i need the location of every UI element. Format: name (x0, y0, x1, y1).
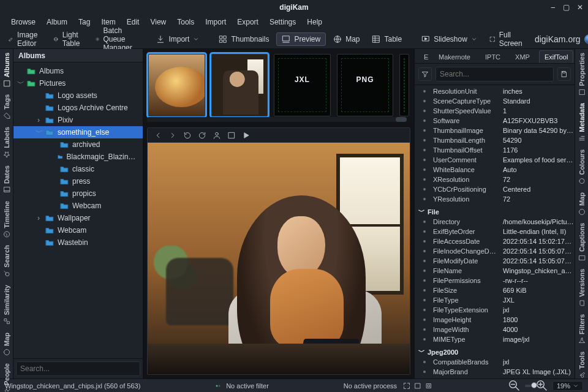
menu-import[interactable]: Import (200, 17, 231, 28)
menu-browse[interactable]: Browse (6, 17, 40, 28)
rail-metadata[interactable]: Metadata (578, 103, 586, 142)
rail-similarity[interactable]: Similarity (3, 285, 10, 325)
meta-row: FileInodeChangeDate2022:05:14 15:05:07+0… (415, 246, 575, 256)
save-metadata-icon[interactable] (557, 67, 571, 81)
rail-tools[interactable]: Tools (578, 352, 586, 379)
svg-rect-20 (579, 89, 584, 94)
filter-icon[interactable] (418, 67, 432, 81)
svg-point-25 (219, 385, 221, 386)
thumbnails-view-button[interactable]: Thumbnails (214, 33, 274, 45)
menu-view[interactable]: View (145, 17, 171, 28)
rail-colours[interactable]: Colours (578, 149, 586, 185)
play-icon[interactable] (242, 131, 251, 140)
rail-dates[interactable]: Dates (3, 165, 10, 194)
zoom-out-icon[interactable] (507, 379, 521, 392)
albums-header: Albums (13, 49, 143, 62)
meta-row: ImageHeight1800 (415, 315, 575, 325)
thumbnail-strip[interactable]: JXL PNG (143, 49, 414, 124)
menu-help[interactable]: Help (302, 17, 327, 28)
tab-exiftool[interactable]: ExifTool (539, 50, 574, 63)
tree-item[interactable]: press (13, 175, 143, 187)
tree-item[interactable]: Wastebin (13, 236, 143, 249)
next-icon[interactable] (168, 131, 177, 140)
tab-makernote[interactable]: Makernote (433, 50, 476, 63)
menu-settings[interactable]: Settings (265, 17, 301, 28)
zoom-value[interactable]: 19% (552, 381, 583, 391)
light-table-button[interactable]: Light Table (48, 29, 88, 50)
tab-iptc[interactable]: IPTC (480, 50, 506, 63)
meta-row: UserCommentExamples of food served in ..… (415, 155, 575, 165)
albums-search-input[interactable] (16, 361, 140, 376)
menubar: Browse Album Tag Item Edit View Tools Im… (0, 15, 588, 29)
slideshow-button[interactable]: Slideshow (417, 33, 482, 45)
fit-icon[interactable] (227, 131, 236, 140)
rail-captions[interactable]: Captions (578, 223, 586, 262)
rail-filters[interactable]: Filters (578, 314, 586, 344)
tree-item[interactable]: classic (13, 163, 143, 175)
rail-albums[interactable]: Albums (3, 53, 10, 87)
window-maximize-icon[interactable]: ▢ (563, 3, 570, 12)
prev-icon[interactable] (154, 131, 162, 140)
rail-properties[interactable]: Properties (578, 53, 586, 96)
meta-row: FilePermissions-rw-r--r-- (415, 276, 575, 285)
preview-view-button[interactable]: Preview (276, 32, 326, 46)
tab-xmp[interactable]: XMP (510, 50, 535, 63)
menu-export[interactable]: Export (232, 17, 263, 28)
thumb-5[interactable] (399, 54, 409, 116)
rail-search[interactable]: Search (3, 245, 10, 277)
map-view-button[interactable]: Map (328, 33, 364, 45)
albums-panel: Albums Albums﹀PicturesLogo assetsLogos A… (13, 49, 143, 379)
rail-timeline[interactable]: Timeline (3, 201, 10, 238)
meta-group[interactable]: ﹀Jpeg2000 (415, 347, 575, 357)
menu-album[interactable]: Album (42, 17, 72, 28)
table-view-button[interactable]: Table (367, 33, 407, 45)
rotate-left-icon[interactable] (183, 131, 192, 140)
tree-item[interactable]: Webcam (13, 224, 143, 236)
rail-map2[interactable]: Map (578, 192, 586, 216)
tree-item[interactable]: ›Pixiv (13, 114, 143, 126)
fullscreen-button[interactable]: Full Screen (484, 29, 530, 50)
tree-item[interactable]: Logo assets (13, 89, 143, 102)
thumb-4[interactable]: PNG (337, 54, 394, 116)
brand-link[interactable]: digiKam.org (535, 34, 588, 44)
zoom-fit-icon[interactable] (403, 382, 410, 390)
zoom-sel-icon[interactable] (425, 382, 432, 390)
tree-pictures[interactable]: ﹀Pictures (13, 77, 143, 89)
zoom-slider[interactable] (525, 385, 531, 387)
preview-image[interactable] (148, 143, 410, 374)
window-close-icon[interactable]: ✕ (577, 3, 583, 12)
meta-row: FileAccessDate2022:05:14 15:02:17+07:00 (415, 236, 575, 246)
rotate-right-icon[interactable] (198, 131, 206, 140)
svg-point-22 (579, 209, 584, 214)
meta-group[interactable]: ﹀File (415, 206, 575, 217)
thumb-1[interactable] (148, 54, 205, 116)
svg-point-14 (4, 349, 9, 355)
tab-exif[interactable]: EXIF (418, 50, 429, 63)
tree-root[interactable]: Albums (13, 65, 143, 77)
rail-versions[interactable]: Versions (578, 269, 586, 307)
rail-labels[interactable]: Labels (3, 127, 10, 158)
thumb-3[interactable]: JXL (274, 54, 331, 116)
face-tag-icon[interactable] (213, 131, 221, 140)
metadata-search-input[interactable] (435, 67, 554, 81)
zoom-100-icon[interactable] (414, 382, 421, 390)
import-button[interactable]: Import (151, 33, 204, 45)
rail-tags[interactable]: Tags (3, 94, 10, 119)
tree-item[interactable]: Webcam (13, 200, 143, 212)
tree-item[interactable]: archived (13, 138, 143, 151)
svg-rect-27 (427, 383, 431, 388)
svg-rect-4 (220, 40, 222, 42)
image-editor-button[interactable]: Image Editor (4, 29, 46, 50)
thumb-2[interactable] (211, 54, 268, 116)
tree-item[interactable]: Blackmagic_Blazing_wordmark_files (13, 151, 143, 163)
tree-item[interactable]: ›Wallpaper (13, 212, 143, 224)
rail-map[interactable]: Map (3, 333, 10, 356)
window-minimize-icon[interactable]: ‒ (551, 3, 556, 12)
menu-tools[interactable]: Tools (172, 17, 199, 28)
tree-item[interactable]: ﹀something_else (13, 126, 143, 138)
rail-people[interactable]: People (3, 363, 10, 392)
tree-item[interactable]: Logos Archive Centre (13, 102, 143, 114)
thumb-scrollbar[interactable] (147, 117, 407, 122)
svg-rect-3 (224, 36, 227, 38)
tree-item[interactable]: propics (13, 187, 143, 200)
